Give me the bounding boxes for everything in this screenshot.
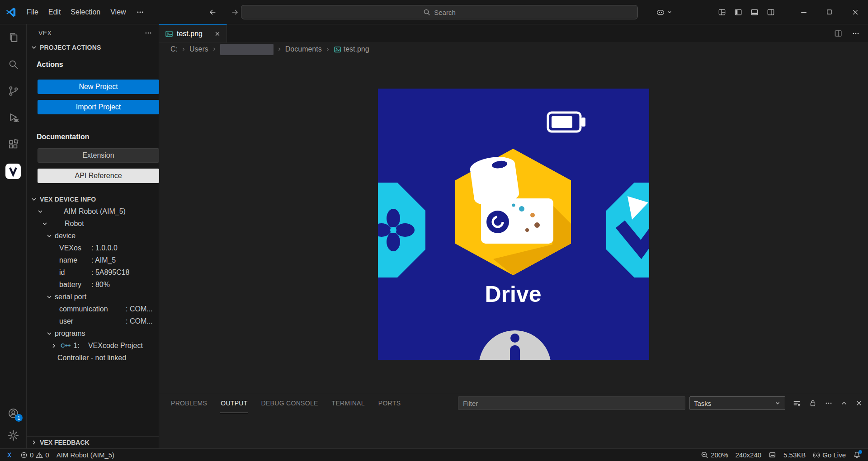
new-project-button[interactable]: New Project <box>38 80 159 94</box>
toggle-panel-button[interactable] <box>746 3 763 21</box>
back-button[interactable] <box>204 3 221 21</box>
menu-view[interactable]: View <box>105 5 131 20</box>
editor-group: test.png C: Users <box>159 24 868 448</box>
chevron-down-icon <box>30 196 38 203</box>
history-navigation <box>204 0 243 24</box>
lock-scroll-button[interactable] <box>809 399 817 407</box>
zoom-status[interactable]: 200% <box>697 451 731 459</box>
section-vex-device-info[interactable]: VEX DEVICE INFO <box>27 193 159 205</box>
minimize-button[interactable] <box>791 0 816 24</box>
clear-output-button[interactable] <box>793 399 801 408</box>
chevron-down-icon <box>30 44 38 51</box>
tree-item-name[interactable]: name : AIM_5 <box>27 254 159 266</box>
import-project-button[interactable]: Import Project <box>38 100 159 114</box>
tree-item-robot[interactable]: Robot <box>27 217 159 230</box>
section-vex-feedback[interactable]: VEX FEEDBACK <box>27 436 159 448</box>
go-live-button[interactable]: Go Live <box>809 451 849 459</box>
tree-item-controller[interactable]: Controller - not linked <box>27 352 159 364</box>
source-control-icon[interactable] <box>0 78 26 104</box>
menu-file[interactable]: File <box>22 5 43 20</box>
editor-actions <box>834 24 868 42</box>
chevron-down-icon <box>774 400 781 406</box>
tab-output[interactable]: OUTPUT <box>220 393 248 413</box>
copilot-button[interactable] <box>656 7 672 17</box>
explorer-icon[interactable] <box>0 24 26 51</box>
accounts-icon[interactable]: 1 <box>0 402 26 424</box>
tree-item-id[interactable]: id : 5A895C18 <box>27 266 159 278</box>
breadcrumb-drive[interactable]: C: <box>170 45 178 53</box>
menu-edit[interactable]: Edit <box>43 5 66 20</box>
close-window-button[interactable] <box>842 0 868 24</box>
titlebar: File Edit Selection View Search <box>0 0 868 24</box>
chevron-down-icon <box>667 9 672 15</box>
file-size-status[interactable]: 5.53KB <box>780 451 809 459</box>
breadcrumb-username-redacted[interactable] <box>220 44 274 55</box>
vex-extension-icon[interactable] <box>0 158 26 184</box>
layout-controls <box>714 3 779 21</box>
extensions-icon[interactable] <box>0 131 26 158</box>
search-icon <box>423 9 430 16</box>
menu-more-icon[interactable] <box>131 5 149 20</box>
remote-icon <box>5 451 13 459</box>
settings-gear-icon[interactable] <box>0 424 26 447</box>
breadcrumb-file[interactable]: test.png <box>334 45 369 53</box>
split-editor-button[interactable] <box>834 29 843 38</box>
tree-item-battery[interactable]: battery : 80% <box>27 278 159 291</box>
maximize-button[interactable] <box>816 0 842 24</box>
api-reference-button[interactable]: API Reference <box>38 169 159 183</box>
output-filter-input[interactable] <box>458 396 685 410</box>
sidebar-more-icon[interactable] <box>144 29 152 37</box>
chevron-right-icon <box>50 342 57 349</box>
breadcrumb-documents[interactable]: Documents <box>285 45 322 53</box>
search-view-icon[interactable] <box>0 51 26 78</box>
run-debug-icon[interactable] <box>0 104 26 131</box>
panel-maximize-button[interactable] <box>840 400 848 407</box>
command-center-search[interactable]: Search <box>241 5 638 19</box>
breadcrumb-users[interactable]: Users <box>189 45 208 53</box>
tree-item-vexos[interactable]: VEXos : 1.0.0.0 <box>27 242 159 254</box>
tab-close-icon[interactable] <box>212 28 223 39</box>
tree-item-programs[interactable]: programs <box>27 327 159 339</box>
panel-actions <box>793 399 863 408</box>
cpp-file-icon: C++ <box>61 342 71 349</box>
tab-terminal[interactable]: TERMINAL <box>331 393 365 413</box>
editor-more-button[interactable] <box>852 29 860 38</box>
tab-test-png[interactable]: test.png <box>159 24 227 42</box>
status-bar: 0 0 AIM Robot (AIM_5) 200% 240x240 5.53K… <box>0 448 868 461</box>
tree-item-aim-robot[interactable]: AIM Robot (AIM_5) <box>27 205 159 217</box>
tree-item-communication[interactable]: communication : COM... <box>27 303 159 315</box>
tab-debug-console[interactable]: DEBUG CONSOLE <box>261 393 319 413</box>
broadcast-icon <box>813 452 820 459</box>
section-project-actions[interactable]: PROJECT ACTIONS <box>27 42 159 53</box>
tree-item-user[interactable]: user : COM... <box>27 315 159 327</box>
output-channel-dropdown[interactable]: Tasks <box>689 396 785 410</box>
chevron-down-icon <box>37 208 44 215</box>
notifications-bell-button[interactable] <box>849 451 864 459</box>
chevron-down-icon <box>46 293 53 301</box>
tree-item-program-1[interactable]: C++ 1: VEXcode Project <box>27 339 159 352</box>
image-media-status[interactable] <box>765 451 780 459</box>
tab-ports[interactable]: PORTS <box>378 393 401 413</box>
chevron-right-icon <box>325 47 330 52</box>
problems-button[interactable]: 0 0 <box>17 449 53 461</box>
sidebar-title-row: VEX <box>27 24 159 42</box>
preview-image[interactable]: Drive <box>378 89 649 360</box>
tree-item-serial-port[interactable]: serial port <box>27 291 159 303</box>
tree-item-device[interactable]: device <box>27 230 159 242</box>
notification-dot <box>859 450 862 454</box>
tab-problems[interactable]: PROBLEMS <box>170 393 208 413</box>
panel-more-button[interactable] <box>825 399 833 407</box>
menu-selection[interactable]: Selection <box>66 5 105 20</box>
warning-count: 0 <box>45 451 49 459</box>
toggle-primary-sidebar-button[interactable] <box>730 3 746 21</box>
customize-layout-button[interactable] <box>714 3 730 21</box>
dimensions-status[interactable]: 240x240 <box>732 451 765 459</box>
toggle-secondary-sidebar-button[interactable] <box>763 3 779 21</box>
panel-close-button[interactable] <box>855 400 863 407</box>
chevron-right-icon <box>181 47 186 52</box>
remote-indicator-button[interactable] <box>2 449 17 461</box>
extension-docs-button[interactable]: Extension <box>38 148 159 163</box>
device-status[interactable]: AIM Robot (AIM_5) <box>53 449 118 461</box>
activity-bar-bottom: 1 <box>0 402 26 448</box>
actions-heading: Actions <box>37 61 159 71</box>
